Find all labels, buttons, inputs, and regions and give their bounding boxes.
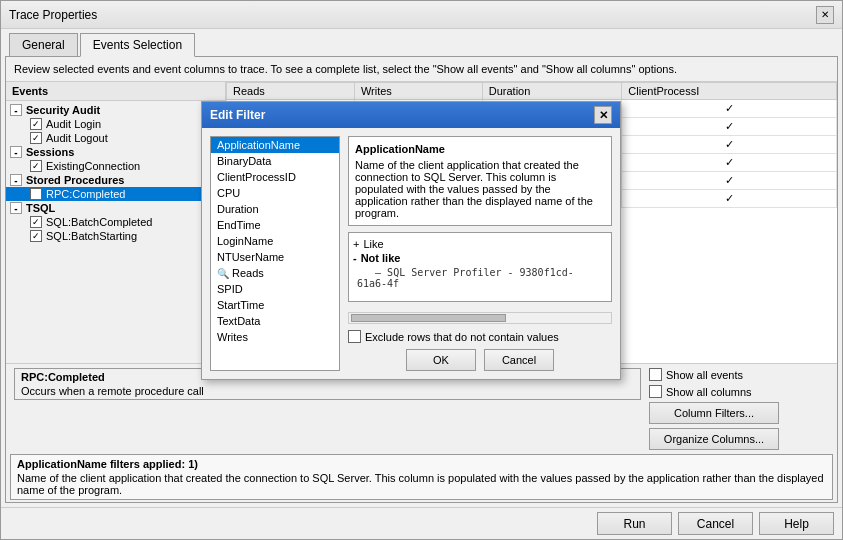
filter-not-like-value[interactable]: — SQL Server Profiler - 9380f1cd-61a6-4f (353, 265, 607, 291)
filter-item-ntusername[interactable]: NTUserName (211, 249, 339, 265)
filter-item-binary-data[interactable]: BinaryData (211, 153, 339, 169)
filter-item-loginname[interactable]: LoginName (211, 233, 339, 249)
filter-item-spid[interactable]: SPID (211, 281, 339, 297)
filter-desc-box: ApplicationName Name of the client appli… (348, 136, 612, 226)
filter-item-application-name[interactable]: ApplicationName (211, 137, 339, 153)
dialog-close-button[interactable]: ✕ (594, 106, 612, 124)
filter-scrollbar[interactable] (348, 312, 612, 324)
filter-item-reads[interactable]: 🔍 Reads (211, 265, 339, 281)
filter-list[interactable]: ApplicationName BinaryData ClientProcess… (210, 136, 340, 371)
plus-icon: + (353, 238, 359, 250)
dialog-overlay: Edit Filter ✕ ApplicationName BinaryData… (1, 1, 842, 539)
filter-item-client-process-id[interactable]: ClientProcessID (211, 169, 339, 185)
main-window: Trace Properties ✕ General Events Select… (0, 0, 843, 540)
filter-scroll-thumb[interactable] (351, 314, 506, 322)
dialog-cancel-button[interactable]: Cancel (484, 349, 554, 371)
edit-filter-dialog: Edit Filter ✕ ApplicationName BinaryData… (201, 101, 621, 380)
filter-item-endtime[interactable]: EndTime (211, 217, 339, 233)
filter-icon: 🔍 (217, 268, 229, 279)
filter-item-cpu[interactable]: CPU (211, 185, 339, 201)
dialog-title-text: Edit Filter (210, 108, 265, 122)
filter-tree-box[interactable]: + Like - Not like — SQL Server Profiler … (348, 232, 612, 302)
dialog-title-bar: Edit Filter ✕ (202, 102, 620, 128)
filter-right-panel: ApplicationName Name of the client appli… (348, 136, 612, 371)
dialog-ok-button[interactable]: OK (406, 349, 476, 371)
filter-desc-title: ApplicationName (355, 143, 605, 155)
filter-item-starttime[interactable]: StartTime (211, 297, 339, 313)
minus-icon: - (353, 252, 357, 264)
filter-desc-text: Name of the client application that crea… (355, 159, 605, 219)
filter-item-textdata[interactable]: TextData (211, 313, 339, 329)
filter-exclude-row[interactable]: Exclude rows that do not contain values (348, 330, 612, 343)
exclude-label: Exclude rows that do not contain values (365, 331, 559, 343)
filter-item-writes[interactable]: Writes (211, 329, 339, 345)
exclude-checkbox[interactable] (348, 330, 361, 343)
filter-like-row[interactable]: + Like (353, 237, 607, 251)
filter-item-duration[interactable]: Duration (211, 201, 339, 217)
filter-ok-row: OK Cancel (348, 349, 612, 371)
not-like-label: Not like (361, 252, 401, 264)
dialog-body: ApplicationName BinaryData ClientProcess… (202, 128, 620, 379)
like-label: Like (363, 238, 383, 250)
filter-not-like-row[interactable]: - Not like (353, 251, 607, 265)
